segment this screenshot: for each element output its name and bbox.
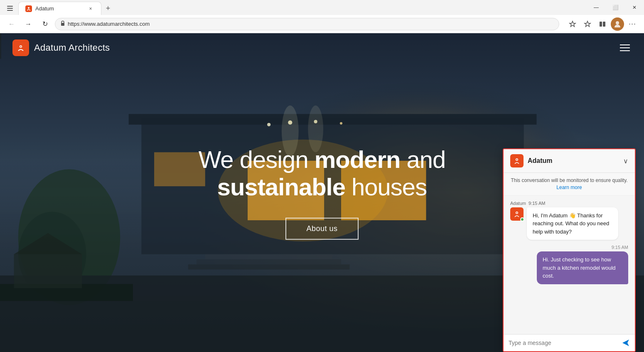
svg-point-7: [616, 21, 619, 25]
svg-point-39: [516, 212, 518, 213]
about-us-button[interactable]: About us: [285, 218, 358, 240]
site-nav: Adatum Architects: [0, 33, 644, 62]
lock-icon: [60, 20, 65, 27]
browser-tab-active[interactable]: Adatum ×: [18, 2, 101, 15]
svg-rect-6: [603, 22, 605, 27]
hero-content: We design modern and sustainable houses …: [177, 145, 467, 239]
svg-point-20: [340, 122, 342, 125]
chat-collapse-button[interactable]: ∨: [623, 157, 628, 165]
svg-rect-12: [129, 114, 537, 125]
split-screen-icon[interactable]: [596, 17, 609, 31]
hero-title-part1: We design modern and: [199, 145, 446, 172]
bot-avatar: [510, 207, 524, 221]
learn-more-link[interactable]: Learn more: [556, 185, 582, 190]
chat-header-title: Adatum: [528, 157, 553, 165]
hamburger-line-2: [620, 47, 630, 48]
svg-rect-32: [14, 254, 82, 288]
svg-point-3: [28, 7, 29, 9]
browser-actions: ···: [566, 17, 639, 31]
site-logo[interactable]: Adatum Architects: [12, 39, 110, 56]
hero-title: We design modern and sustainable houses: [177, 145, 467, 201]
svg-rect-23: [205, 254, 333, 259]
profile-avatar[interactable]: [611, 17, 624, 31]
svg-rect-5: [600, 22, 602, 27]
user-message-bubble: Hi. Just checking to see how much a kitc…: [537, 251, 628, 284]
chat-widget: Adatum ∨ This conversation will be monit…: [503, 148, 636, 352]
site-logo-text: Adatum Architects: [34, 42, 110, 53]
minimize-button[interactable]: —: [587, 0, 606, 15]
svg-rect-2: [7, 10, 13, 11]
svg-rect-24: [197, 259, 341, 264]
forward-button[interactable]: →: [22, 17, 35, 31]
back-button[interactable]: ←: [5, 17, 18, 31]
hero-title-part2: sustainable houses: [217, 173, 427, 200]
bot-message: Hi, I'm Adatum 👋 Thanks for reaching out…: [510, 207, 628, 240]
chat-monitor-notice: This conversation will be monitored to e…: [504, 173, 635, 196]
hamburger-line-3: [620, 50, 630, 51]
browser-window: Adatum × + — ⬜ ✕ ← → ↻ https://www.adatu…: [0, 0, 644, 352]
close-button[interactable]: ✕: [625, 0, 644, 15]
favorites-icon[interactable]: [566, 17, 579, 31]
bot-message-group: Adatum 9:15 AM Hi, I'm Adatum 👋 Thanks f…: [510, 201, 628, 240]
user-message-group: 9:15 AM Hi. Just checking to see how muc…: [510, 245, 628, 284]
bot-message-bubble: Hi, I'm Adatum 👋 Thanks for reaching out…: [527, 207, 618, 240]
logo-icon: [12, 39, 29, 56]
svg-rect-25: [188, 264, 350, 269]
svg-rect-0: [7, 6, 13, 7]
new-tab-button[interactable]: +: [101, 2, 115, 15]
svg-point-35: [20, 46, 22, 47]
monitor-text: This conversation will be monitored to e…: [511, 177, 627, 183]
chat-logo-icon: [510, 154, 524, 167]
title-bar: Adatum × + — ⬜ ✕: [0, 0, 644, 15]
chat-input-area: [504, 334, 635, 351]
user-message-time: 9:15 AM: [612, 245, 628, 250]
refresh-button[interactable]: ↻: [38, 17, 52, 31]
window-controls: — ⬜ ✕: [587, 0, 644, 15]
svg-point-37: [516, 159, 518, 160]
url-bar[interactable]: https://www.adatumarchitects.com: [55, 18, 559, 30]
maximize-button[interactable]: ⬜: [606, 0, 625, 15]
hamburger-line-1: [620, 44, 630, 45]
hamburger-menu-button[interactable]: [618, 43, 632, 53]
tab-favicon-icon: [25, 5, 32, 12]
address-bar: ← → ↻ https://www.adatumarchitects.com: [0, 15, 644, 33]
more-options-button[interactable]: ···: [626, 17, 639, 31]
tab-title: Adatum: [35, 5, 54, 12]
svg-rect-1: [7, 8, 13, 9]
svg-point-17: [267, 123, 270, 126]
svg-rect-4: [61, 23, 64, 26]
chat-messages: Adatum 9:15 AM Hi, I'm Adatum 👋 Thanks f…: [504, 196, 635, 334]
chat-send-button[interactable]: [622, 339, 630, 347]
bot-online-indicator: [520, 217, 524, 222]
collections-icon[interactable]: [581, 17, 594, 31]
chat-header: Adatum ∨: [504, 149, 635, 173]
bot-sender-label: Adatum 9:15 AM: [510, 201, 628, 206]
chat-input-field[interactable]: [509, 340, 618, 346]
tab-close-button[interactable]: ×: [87, 5, 94, 12]
url-text: https://www.adatumarchitects.com: [68, 21, 150, 27]
website-content: Adatum Architects We design modern and s…: [0, 33, 644, 352]
